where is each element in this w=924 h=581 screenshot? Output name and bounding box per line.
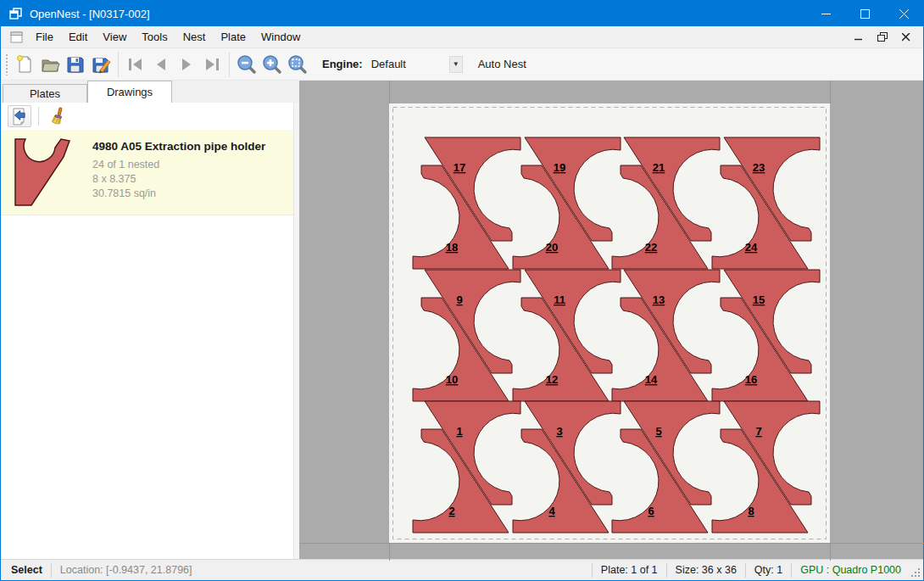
import-drawing-icon[interactable]: [8, 105, 31, 127]
tab-drawings[interactable]: Drawings: [87, 81, 172, 103]
window-title: OpenNest - [N0317-002]: [30, 8, 150, 20]
part-number-label: 19: [554, 161, 565, 174]
engine-dropdown-arrow-icon[interactable]: ▼: [449, 56, 463, 73]
status-location: Location: [-0.9437, 21.8796]: [51, 563, 201, 578]
menu-window[interactable]: Window: [253, 31, 308, 43]
open-folder-icon[interactable]: [37, 52, 63, 77]
panel-scrollbar[interactable]: [293, 103, 299, 559]
menu-nest[interactable]: Nest: [175, 31, 214, 43]
nest-canvas[interactable]: 171819202122232491011121314151612345678: [299, 81, 923, 559]
part-number-label: 4: [548, 505, 555, 517]
part-number-label: 12: [546, 373, 558, 386]
clean-broom-icon[interactable]: [46, 105, 70, 127]
status-plate: Plate: 1 of 1: [592, 563, 666, 578]
part-thumbnail: [13, 138, 75, 206]
mdi-child-icon[interactable]: [10, 31, 23, 43]
drawing-list-item[interactable]: 4980 A05 Extraction pipe holder 24 of 1 …: [1, 130, 299, 215]
drawing-title: 4980 A05 Extraction pipe holder: [92, 140, 265, 153]
tab-strip: Plates Drawings: [1, 81, 299, 103]
part-number-label: 10: [446, 373, 458, 386]
part-number-label: 13: [653, 293, 665, 306]
zoom-out-icon[interactable]: [234, 52, 259, 77]
left-panel: Plates Drawings: [1, 81, 299, 559]
part-number-label: 21: [653, 161, 665, 174]
maximize-button[interactable]: [845, 1, 884, 26]
save-as-icon[interactable]: [88, 52, 114, 77]
status-gpu: GPU : Quadro P1000: [791, 563, 910, 578]
part-number-label: 24: [745, 241, 758, 254]
part-number-label: 8: [748, 505, 754, 517]
part-number-label: 6: [648, 505, 654, 517]
mdi-restore-button[interactable]: [871, 27, 894, 47]
status-qty: Qty: 1: [745, 563, 791, 578]
drawing-nested-count: 24 of 1 nested: [92, 158, 265, 172]
engine-select[interactable]: Default: [368, 55, 449, 74]
menu-file[interactable]: File: [28, 31, 61, 43]
drawing-size: 8 x 8.375: [92, 172, 265, 187]
new-document-icon[interactable]: [12, 52, 37, 77]
part-number-label: 5: [655, 425, 661, 438]
drawing-area: 30.7815 sq/in: [92, 187, 265, 201]
app-icon: [9, 7, 23, 20]
menu-tools[interactable]: Tools: [134, 31, 175, 43]
auto-nest-button[interactable]: Auto Nest: [478, 58, 526, 70]
part-number-label: 7: [755, 425, 761, 438]
part-number-label: 14: [645, 373, 658, 386]
mdi-close-button[interactable]: [894, 27, 918, 47]
status-size: Size: 36 x 36: [666, 563, 745, 578]
next-plate-icon[interactable]: [174, 52, 199, 77]
zoom-fit-icon[interactable]: [285, 52, 310, 77]
engine-label: Engine:: [322, 58, 363, 70]
main-toolbar: Engine: Default ▼ Auto Nest: [1, 48, 923, 81]
part-number-label: 18: [446, 241, 458, 254]
status-bar: Select Location: [-0.9437, 21.8796] Plat…: [1, 559, 923, 580]
previous-plate-icon[interactable]: [148, 52, 174, 77]
toolbar-grip[interactable]: [5, 53, 8, 75]
part-number-label: 17: [454, 161, 465, 174]
menu-view[interactable]: View: [95, 31, 134, 43]
last-plate-icon[interactable]: [199, 52, 225, 77]
close-button[interactable]: [884, 1, 923, 26]
drawings-toolbar: [1, 103, 299, 130]
part-number-label: 1: [456, 425, 462, 438]
part-number-label: 23: [753, 161, 765, 174]
status-mode: Select: [1, 563, 51, 578]
part-number-label: 9: [456, 293, 462, 306]
minimize-button[interactable]: [806, 1, 845, 26]
part-number-label: 2: [448, 505, 454, 517]
app-window: OpenNest - [N0317-002] FileEditViewTools…: [0, 0, 924, 581]
part-number-label: 16: [745, 373, 757, 386]
resize-grip[interactable]: [910, 567, 923, 580]
menu-edit[interactable]: Edit: [61, 31, 95, 43]
title-bar: OpenNest - [N0317-002]: [1, 1, 923, 26]
zoom-in-icon[interactable]: [259, 52, 285, 77]
part-number-label: 11: [554, 293, 565, 306]
tab-plates[interactable]: Plates: [3, 84, 87, 103]
menu-bar: FileEditViewToolsNestPlateWindow: [1, 26, 923, 48]
menu-plate[interactable]: Plate: [213, 31, 253, 43]
part-number-label: 15: [753, 293, 765, 306]
part-number-label: 20: [546, 241, 558, 254]
part-number-label: 3: [556, 425, 562, 438]
first-plate-icon[interactable]: [123, 52, 148, 77]
save-icon[interactable]: [63, 52, 88, 77]
part-number-label: 22: [645, 241, 657, 254]
mdi-minimize-button[interactable]: [847, 27, 871, 47]
